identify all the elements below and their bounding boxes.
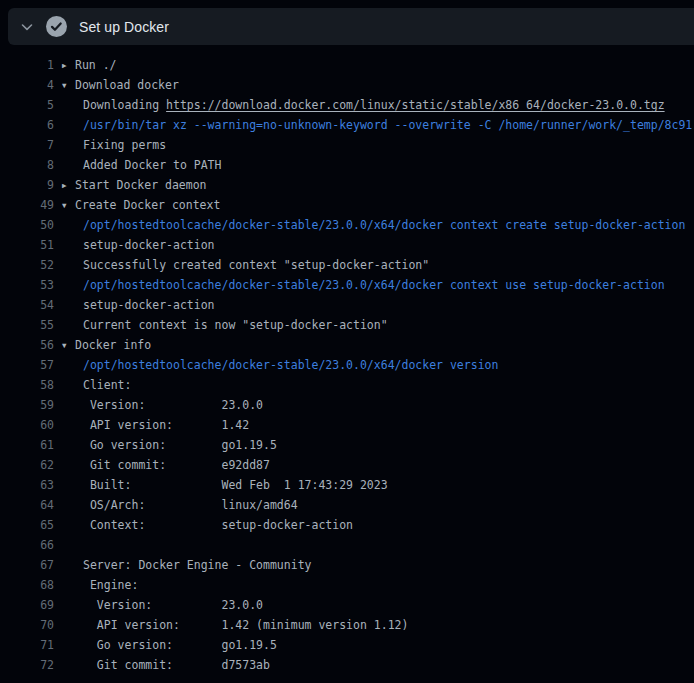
log-line: 58Client: (0, 375, 694, 395)
log-line: 59 Version: 23.0.0 (0, 395, 694, 415)
group-label: Download docker (75, 78, 179, 92)
line-number[interactable]: 65 (0, 515, 54, 535)
check-circle-icon (46, 16, 67, 37)
log-line: 62 Git commit: e92dd87 (0, 455, 694, 475)
log-link[interactable]: https://download.docker.com/linux/static… (166, 98, 665, 112)
log-line: 1▶Run ./ (0, 55, 694, 75)
line-number[interactable]: 8 (0, 155, 54, 175)
line-number[interactable]: 58 (0, 375, 54, 395)
log-text: API version: 1.42 (minimum version 1.12) (83, 615, 408, 635)
step-title: Set up Docker (79, 19, 169, 35)
log-line: 71 Go version: go1.19.5 (0, 635, 694, 655)
log-line: 49▼Create Docker context (0, 195, 694, 215)
log-line: 5Downloading https://download.docker.com… (0, 95, 694, 115)
line-number[interactable]: 57 (0, 355, 54, 375)
log-command: /usr/bin/tar xz --warning=no-unknown-key… (83, 115, 692, 135)
chevron-down-icon: ▼ (62, 336, 75, 356)
log-line: 52Successfully created context "setup-do… (0, 255, 694, 275)
group-label: Run ./ (75, 58, 117, 72)
line-number[interactable]: 50 (0, 215, 54, 235)
log-line: 4▼Download docker (0, 75, 694, 95)
line-number[interactable]: 66 (0, 535, 54, 555)
line-number[interactable]: 69 (0, 595, 54, 615)
log-line: 53/opt/hostedtoolcache/docker-stable/23.… (0, 275, 694, 295)
line-number[interactable]: 53 (0, 275, 54, 295)
line-number[interactable]: 56 (0, 335, 54, 355)
log-text: setup-docker-action (83, 295, 215, 315)
log-line: 70 API version: 1.42 (minimum version 1.… (0, 615, 694, 635)
group-label: Docker info (75, 338, 151, 352)
line-number[interactable]: 72 (0, 655, 54, 675)
log-line: 61 Go version: go1.19.5 (0, 435, 694, 455)
line-number[interactable]: 61 (0, 435, 54, 455)
log-text: Version: 23.0.0 (83, 395, 263, 415)
log-text: Added Docker to PATH (83, 155, 221, 175)
chevron-right-icon: ▶ (62, 176, 75, 196)
log-line: 50/opt/hostedtoolcache/docker-stable/23.… (0, 215, 694, 235)
line-number[interactable]: 64 (0, 495, 54, 515)
chevron-down-icon (19, 19, 35, 35)
line-number[interactable]: 70 (0, 615, 54, 635)
log-group-title[interactable]: ▶Start Docker daemon (62, 175, 207, 195)
log-group-title[interactable]: ▼Download docker (62, 75, 179, 95)
log-text: Client: (83, 375, 131, 395)
log-text: Git commit: d7573ab (83, 655, 270, 675)
log-text: Downloading https://download.docker.com/… (83, 95, 665, 115)
log-line: 9▶Start Docker daemon (0, 175, 694, 195)
log-line: 63 Built: Wed Feb 1 17:43:29 2023 (0, 475, 694, 495)
line-number[interactable]: 60 (0, 415, 54, 435)
log-text: Go version: go1.19.5 (83, 635, 277, 655)
step-header[interactable]: Set up Docker (8, 8, 694, 45)
line-number[interactable]: 63 (0, 475, 54, 495)
log-line: 69 Version: 23.0.0 (0, 595, 694, 615)
log-text: Go version: go1.19.5 (83, 435, 277, 455)
log-line: 57/opt/hostedtoolcache/docker-stable/23.… (0, 355, 694, 375)
log-command: /opt/hostedtoolcache/docker-stable/23.0.… (83, 215, 685, 235)
log-line: 60 API version: 1.42 (0, 415, 694, 435)
log-text: Fixing perms (83, 135, 166, 155)
line-number[interactable]: 1 (0, 55, 54, 75)
log-text: Context: setup-docker-action (83, 515, 353, 535)
log-text: Version: 23.0.0 (83, 595, 263, 615)
log-line: 72 Git commit: d7573ab (0, 655, 694, 675)
log-line: 54setup-docker-action (0, 295, 694, 315)
line-number[interactable]: 59 (0, 395, 54, 415)
log-line: 8Added Docker to PATH (0, 155, 694, 175)
line-number[interactable]: 9 (0, 175, 54, 195)
line-number[interactable]: 51 (0, 235, 54, 255)
line-number[interactable]: 4 (0, 75, 54, 95)
line-number[interactable]: 7 (0, 135, 54, 155)
line-number[interactable]: 68 (0, 575, 54, 595)
chevron-right-icon: ▶ (62, 56, 75, 76)
log-group-title[interactable]: ▼Docker info (62, 335, 151, 355)
log-line: 65 Context: setup-docker-action (0, 515, 694, 535)
log-line: 6/usr/bin/tar xz --warning=no-unknown-ke… (0, 115, 694, 135)
log-text: API version: 1.42 (83, 415, 249, 435)
group-label: Create Docker context (75, 198, 220, 212)
line-number[interactable]: 49 (0, 195, 54, 215)
line-number[interactable]: 6 (0, 115, 54, 135)
log-line: 67Server: Docker Engine - Community (0, 555, 694, 575)
log-group-title[interactable]: ▼Create Docker context (62, 195, 220, 215)
log-text: Successfully created context "setup-dock… (83, 255, 429, 275)
line-number[interactable]: 52 (0, 255, 54, 275)
chevron-down-icon: ▼ (62, 76, 75, 96)
line-number[interactable]: 62 (0, 455, 54, 475)
line-number[interactable]: 54 (0, 295, 54, 315)
line-number[interactable]: 71 (0, 635, 54, 655)
line-number[interactable]: 55 (0, 315, 54, 335)
log-line: 66 (0, 535, 694, 555)
line-number[interactable]: 5 (0, 95, 54, 115)
log-command: /opt/hostedtoolcache/docker-stable/23.0.… (83, 275, 665, 295)
log-line: 56▼Docker info (0, 335, 694, 355)
log-line: 64 OS/Arch: linux/amd64 (0, 495, 694, 515)
log-line: 51setup-docker-action (0, 235, 694, 255)
log-text: Engine: (83, 575, 138, 595)
log-line: 7Fixing perms (0, 135, 694, 155)
log-line: 55Current context is now "setup-docker-a… (0, 315, 694, 335)
log-text: Current context is now "setup-docker-act… (83, 315, 388, 335)
log-group-title[interactable]: ▶Run ./ (62, 55, 117, 75)
log-text: Git commit: e92dd87 (83, 455, 270, 475)
log-rows: 1▶Run ./4▼Download docker5Downloading ht… (0, 45, 694, 683)
line-number[interactable]: 67 (0, 555, 54, 575)
